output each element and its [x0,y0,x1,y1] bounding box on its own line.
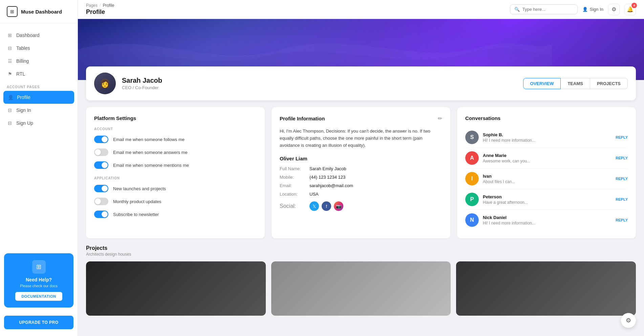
toggle-monthly: Monthly product updates [94,198,257,205]
logo-icon: ⊞ [7,6,18,17]
toggle-monthly-switch[interactable] [94,198,108,205]
toggle-follows-switch[interactable] [94,136,108,143]
project-card-1[interactable] [86,261,266,316]
location-value: USA [309,192,319,197]
page-title: Profile [86,8,114,16]
dashboard-icon: ⊞ [7,32,13,38]
list-item: A Anne Marie Awesome work, can you... RE… [465,148,628,169]
conv-info: Sophie B. Hi! I need more information... [483,132,611,143]
page-content: 👩 Sarah Jacob CEO / Co-Founder OVERVIEW … [78,19,644,336]
sidebar-logo[interactable]: ⊞ Muse Dashboard [0,0,78,23]
email-row: Email: sarahjacob@mail.com [280,183,442,188]
conv-info: Peterson Have a great afternoon... [483,194,611,205]
breadcrumb-pages: Pages [86,3,98,8]
avatar: 👩 [94,73,116,94]
tables-icon: ⊟ [7,45,13,51]
profile-icon: 👤 [7,94,14,100]
full-name-value: Sarah Emily Jacob [309,166,346,171]
gear-fab-icon: ⚙ [626,317,631,324]
project-card-2[interactable] [271,261,451,316]
user-icon: 👤 [582,7,588,12]
sidebar-item-rtl[interactable]: ⚑ RTL [0,67,78,80]
conv-avatar: P [465,193,479,206]
mobile-row: Mobile: (44) 123 1234 123 [280,175,442,180]
toggle-knob [95,149,101,155]
billing-icon: ☰ [7,58,13,64]
toggle-launches-switch[interactable] [94,185,108,192]
conv-reply-button[interactable]: REPLY [616,135,628,139]
toggle-knob [95,198,101,204]
sidebar-item-tables[interactable]: ⊟ Tables [0,42,78,55]
search-icon: 🔍 [514,7,520,12]
tab-teams[interactable]: TEAMS [561,78,590,89]
avatar-placeholder: P [465,193,479,206]
list-item: P Peterson Have a great afternoon... REP… [465,189,628,210]
toggle-knob [102,211,108,217]
sidebar-item-billing[interactable]: ☰ Billing [0,55,78,67]
help-icon: ⊞ [32,260,46,274]
sidebar-item-signup-label: Sign Up [16,120,33,126]
social-label: Social: [280,203,307,209]
sign-in-button[interactable]: 👤 Sign In [582,7,603,12]
sidebar-item-dashboard-label: Dashboard [16,33,40,38]
topbar: Pages / Profile Profile 🔍 👤 Sign In ⚙ 🔔 … [78,0,644,19]
tab-overview[interactable]: OVERVIEW [523,78,561,89]
notification-badge: 4 [631,3,637,8]
toggle-launches: New launches and projects [94,185,257,192]
signup-icon: ⊟ [7,120,13,126]
instagram-icon[interactable]: 📷 [334,201,343,211]
toggle-mentions-switch[interactable] [94,161,108,169]
tab-projects[interactable]: PROJECTS [590,78,628,89]
platform-settings-card: Platform Settings ACCOUNT Email me when … [86,107,265,238]
sidebar-item-profile[interactable]: 👤 Profile [3,91,74,104]
edit-profile-button[interactable]: ✏ [438,115,442,122]
facebook-icon[interactable]: f [322,201,331,211]
location-label: Location: [280,192,307,197]
upgrade-button[interactable]: UPGRADE TO PRO [4,316,73,329]
toggle-newsletter-switch[interactable] [94,211,108,218]
application-section-label: APPLICATION [94,176,257,180]
platform-settings-title: Platform Settings [94,115,257,121]
conv-message: Have a great afternoon... [483,200,611,205]
sidebar-item-signin[interactable]: ⊟ Sign In [0,104,78,117]
conv-name: Peterson [483,194,611,199]
sidebar-item-rtl-label: RTL [16,71,25,77]
profile-header-card: 👩 Sarah Jacob CEO / Co-Founder OVERVIEW … [86,66,636,100]
projects-title: Projects [86,245,636,251]
projects-subtitle: Architects design houses [86,252,636,257]
location-row: Location: USA [280,192,442,197]
search-input[interactable] [522,7,573,12]
mobile-label: Mobile: [280,175,307,180]
sidebar-item-dashboard[interactable]: ⊞ Dashboard [0,29,78,42]
conv-reply-button[interactable]: REPLY [616,177,628,181]
toggle-knob [102,136,108,142]
sign-in-label: Sign In [590,7,603,12]
avatar-placeholder: N [465,213,479,227]
toggle-mentions-label: Email me when someone mentions me [113,163,189,168]
toggle-answers-switch[interactable] [94,149,108,156]
settings-topbar-button[interactable]: ⚙ [608,4,620,15]
twitter-icon[interactable]: 𝕏 [309,201,319,211]
sidebar-item-signup[interactable]: ⊟ Sign Up [0,117,78,130]
conv-reply-button[interactable]: REPLY [616,156,628,160]
conv-info: Anne Marie Awesome work, can you... [483,153,611,163]
conv-reply-button[interactable]: REPLY [616,197,628,201]
breadcrumb-current: Profile [103,3,114,8]
email-label: Email: [280,183,307,188]
project-card-3[interactable] [456,261,636,316]
topbar-right: 🔍 👤 Sign In ⚙ 🔔 4 [510,4,636,15]
search-box[interactable]: 🔍 [510,4,578,14]
breadcrumb-sep: / [100,3,101,8]
sidebar-item-profile-label: Profile [17,95,30,100]
help-subtitle: Please check our docs [9,284,68,288]
full-name-label: Full Name: [280,166,307,171]
help-box: ⊞ Need Help? Please check our docs DOCUM… [4,253,73,308]
content-grid: Platform Settings ACCOUNT Email me when … [78,100,644,245]
notifications-button[interactable]: 🔔 4 [624,4,636,15]
conv-message: Hi! I need more information... [483,138,611,143]
toggle-knob [102,162,108,168]
conv-reply-button[interactable]: REPLY [616,218,628,222]
settings-fab[interactable]: ⚙ [621,313,636,328]
documentation-button[interactable]: DOCUMENTATION [15,292,62,301]
conv-avatar: S [465,131,479,144]
